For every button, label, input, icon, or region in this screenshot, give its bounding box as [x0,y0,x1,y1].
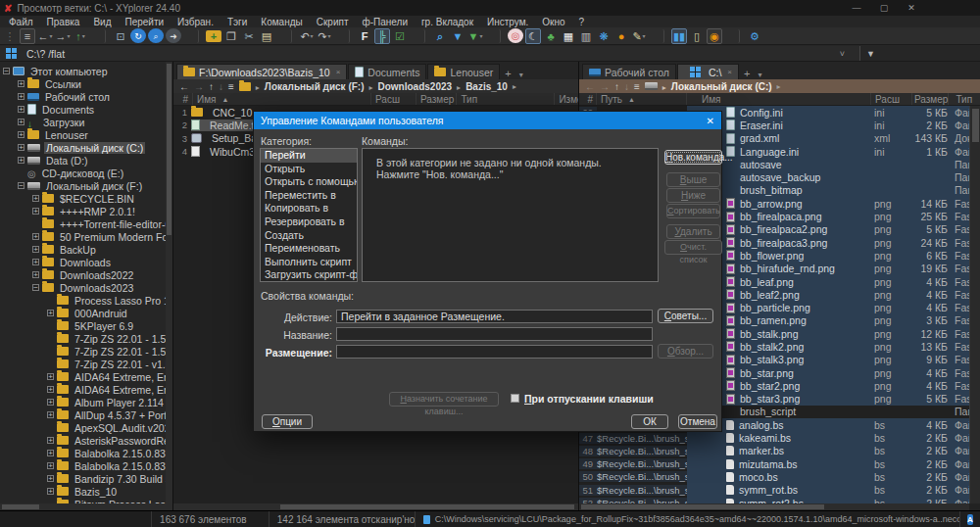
cancel-button[interactable]: Отмена [678,414,717,429]
tree-horizontal-scrollbar[interactable] [0,503,172,510]
tree-expander[interactable]: + [18,144,24,151]
breadcrumb-nav-arrow[interactable]: ↓ [624,81,629,92]
folder-tab[interactable]: F:\Downloads2023\Bazis_10 × [176,64,347,79]
tree-item[interactable]: + Рабочий стол [0,90,172,103]
folder-view-button[interactable]: ♣ [543,28,559,44]
clear-list-button[interactable]: Очист. список [664,240,722,255]
tree-expander[interactable] [47,335,54,342]
redo-button[interactable]: ↷ [317,28,332,44]
tree-expander[interactable]: + [18,157,24,164]
column-header-name[interactable]: Имя▲ [193,93,371,105]
breadcrumb-nav-arrow[interactable]: ↑ [209,81,214,92]
separator[interactable] [334,29,350,43]
right-horizontal-scrollbar[interactable] [579,503,969,510]
filter-button[interactable]: ▼ [450,28,466,44]
breadcrumb-tail-icon[interactable]: ▸ [513,82,516,91]
separator[interactable] [649,29,664,43]
dark-mode-button[interactable]: ☾ [525,28,541,44]
location-field[interactable] [336,345,653,359]
tree-expander[interactable]: + [47,373,54,380]
dialog-title-bar[interactable]: Управление Командами пользователя ✕ [254,112,721,129]
scrollbar-thumb[interactable] [972,109,979,142]
tree-expander[interactable]: + [18,131,24,138]
tree-expander[interactable]: + [47,437,54,444]
column-header-type[interactable]: Тип [457,93,555,105]
column-header-ext[interactable]: Расш [371,93,416,105]
file-row[interactable]: 47 $Recycle.Bi...\brush_script kakeami.b… [579,431,969,444]
badge-button[interactable]: ❋ [596,28,612,44]
column-header-num[interactable]: # [173,93,193,105]
scrollbar-thumb[interactable] [167,64,172,235]
up-button[interactable]: ↑ [73,28,88,44]
filter-box[interactable]: ▼ [859,46,980,61]
mirror-button[interactable]: ◉ [707,28,722,44]
status-corner[interactable]: A [959,511,980,527]
breadcrumb-nav-arrow[interactable]: ↓ [219,81,223,92]
tab-list-chevron-icon[interactable]: ▾ [755,71,764,79]
browse-button[interactable]: Обзор... [658,344,713,359]
commands-list[interactable]: В этой категории не задано ни одной кома… [362,148,659,282]
tree-expander[interactable]: + [32,259,39,265]
folder-tab[interactable]: C:\ × [677,64,739,79]
tree-expander[interactable]: + [47,310,54,316]
grid-view-button[interactable]: ▦ [561,28,576,44]
menu-item[interactable]: гр. Вкладок [415,17,480,27]
delete-button[interactable]: Удалить [666,224,720,239]
separator[interactable] [183,29,199,43]
show-desktop-button[interactable]: ⊡ [113,28,128,44]
tree-expander[interactable]: + [47,488,54,495]
tree-item[interactable]: ApexSQL.Audit.v2021.01.2082 [0,421,172,434]
tree-item[interactable]: + Lenouser [0,128,172,141]
breadcrumb-segment[interactable]: Локальный диск (F:) [256,81,365,92]
column-header-name[interactable]: Имя [687,93,871,105]
folder-tab[interactable]: Lenouser [427,64,500,79]
tree-expander[interactable]: + [32,195,39,202]
tree-expander[interactable]: + [18,80,24,87]
category-item[interactable]: Открыть с помощью [261,175,357,189]
tree-expander[interactable]: + [47,475,54,482]
breadcrumb-nav-arrow[interactable]: ← [585,81,595,92]
scrollbar-thumb[interactable] [581,504,824,509]
right-vertical-scrollbar[interactable] [969,106,980,503]
tree-item[interactable]: − Локальный диск (F:) [0,179,172,192]
category-list[interactable]: Перейти Открыть Открыть с помощью Переме… [260,148,358,282]
tree-expander[interactable]: − [3,68,10,74]
tree-item[interactable]: + Data (D:) [0,154,172,167]
tree-expander[interactable]: − [32,284,39,291]
dialog-close-icon[interactable]: ✕ [707,116,714,126]
tree-expander[interactable]: + [47,399,54,406]
new-command-button[interactable]: Нов.команда... [664,150,722,165]
address-dropdown-chevron-icon[interactable]: ˅ [840,49,845,59]
minimize-button[interactable]: — [849,3,864,13]
tree-item[interactable]: + 50 Premium Modern Fonts [0,230,172,243]
dual-pane-button[interactable]: ▮▮ [671,28,687,44]
close-button[interactable]: ✕ [904,3,919,13]
separator[interactable] [90,29,106,43]
menu-item[interactable]: Окно [535,17,571,27]
category-item[interactable]: Переименовать [261,242,357,256]
file-row[interactable]: 49 $Recycle.Bi...\brush_script mizutama.… [579,457,969,470]
visual-filter-button[interactable]: ▼ [467,28,483,44]
cut-button[interactable]: ✂ [241,28,257,44]
tips-button[interactable]: Советы... [658,309,713,323]
options-button[interactable]: Опции [262,414,313,429]
separator[interactable] [276,29,292,43]
separator[interactable] [485,29,501,43]
tree-item[interactable]: + Bandizip 7.30 Build 59914 + Por [0,472,172,485]
paste-button[interactable]: ▤ [259,28,274,44]
address-bar[interactable]: C:\? /flat ˅ ▼ [0,46,980,62]
folder-tab[interactable]: Documents [348,64,426,79]
undo-button[interactable]: ↶ [299,28,315,44]
find-files-button[interactable]: ⌕ [432,28,448,44]
tree-expander[interactable] [47,348,54,355]
tree-expander[interactable]: + [32,246,39,253]
file-row[interactable]: 48 $Recycle.Bi...\brush_script marker.bs… [579,445,969,457]
tree-item[interactable]: + 000Andruid [0,307,172,319]
tree-item[interactable]: + Balabolka 2.15.0.837 + Portable [0,459,172,472]
tree-expander[interactable]: + [47,386,54,393]
continue-button[interactable]: ➜ [166,28,181,43]
ok-button[interactable]: ОК [631,414,668,429]
menu-item[interactable]: Скрипт [310,17,356,27]
sort-button[interactable]: Сортировать [666,204,720,218]
quick-search-button[interactable]: ⌕ [148,28,164,43]
